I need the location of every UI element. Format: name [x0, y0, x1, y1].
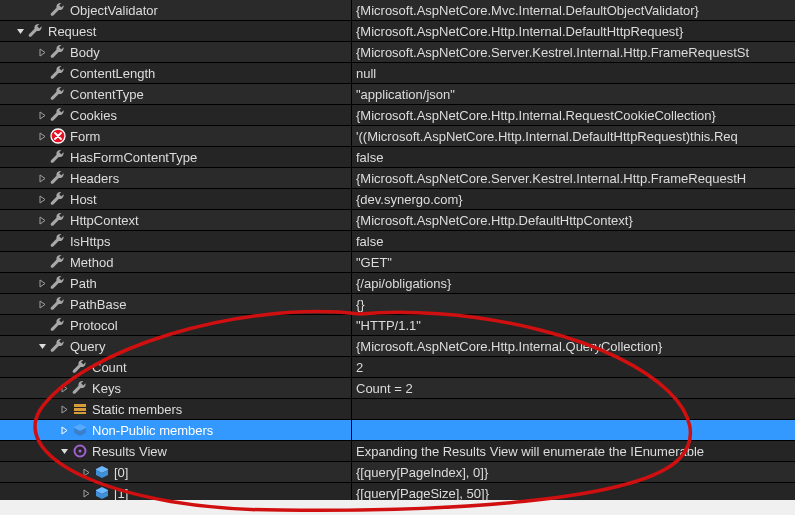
tree-row[interactable]: Results ViewExpanding the Results View w…	[0, 441, 795, 462]
expander-collapsed-icon[interactable]	[80, 466, 92, 478]
tree-row[interactable]: HttpContext{Microsoft.AspNetCore.Http.De…	[0, 210, 795, 231]
expander-expanded-icon[interactable]	[36, 340, 48, 352]
expander-collapsed-icon[interactable]	[36, 298, 48, 310]
name-cell[interactable]: Body	[0, 42, 352, 62]
name-cell[interactable]: ContentType	[0, 84, 352, 104]
wrench-icon	[50, 338, 66, 354]
expander-collapsed-icon[interactable]	[36, 130, 48, 142]
expander-collapsed-icon[interactable]	[36, 193, 48, 205]
expander-placeholder	[36, 319, 48, 331]
expander-collapsed-icon[interactable]	[36, 46, 48, 58]
expander-expanded-icon[interactable]	[14, 25, 26, 37]
property-value: {Microsoft.AspNetCore.Http.Internal.Quer…	[356, 339, 662, 354]
expander-expanded-icon[interactable]	[58, 445, 70, 457]
tree-row[interactable]: Host{dev.synergo.com}	[0, 189, 795, 210]
wrench-icon	[50, 2, 66, 18]
tree-row[interactable]: ContentType"application/json"	[0, 84, 795, 105]
tree-row[interactable]: [0]{[query[PageIndex], 0]}	[0, 462, 795, 483]
name-cell[interactable]: Protocol	[0, 315, 352, 335]
tree-row[interactable]: PathBase{}	[0, 294, 795, 315]
value-cell[interactable]: "GET"	[352, 252, 795, 272]
expander-placeholder	[58, 361, 70, 373]
expander-collapsed-icon[interactable]	[36, 214, 48, 226]
value-cell[interactable]: {Microsoft.AspNetCore.Http.Internal.Quer…	[352, 336, 795, 356]
value-cell[interactable]: {dev.synergo.com}	[352, 189, 795, 209]
name-cell[interactable]: Results View	[0, 441, 352, 461]
value-cell[interactable]: Expanding the Results View will enumerat…	[352, 441, 795, 461]
name-cell[interactable]: Path	[0, 273, 352, 293]
tree-row[interactable]: Request{Microsoft.AspNetCore.Http.Intern…	[0, 21, 795, 42]
name-cell[interactable]: HttpContext	[0, 210, 352, 230]
value-cell[interactable]: {/api/obligations}	[352, 273, 795, 293]
value-cell[interactable]	[352, 420, 795, 440]
tree-row[interactable]: ObjectValidator{Microsoft.AspNetCore.Mvc…	[0, 0, 795, 21]
name-cell[interactable]: Non-Public members	[0, 420, 352, 440]
name-cell[interactable]: Form	[0, 126, 352, 146]
wrench-icon	[50, 233, 66, 249]
tree-row[interactable]: ContentLengthnull	[0, 63, 795, 84]
tree-row[interactable]: IsHttpsfalse	[0, 231, 795, 252]
property-name: Protocol	[70, 318, 118, 333]
property-name: [1]	[114, 486, 128, 501]
value-cell[interactable]: {Microsoft.AspNetCore.Server.Kestrel.Int…	[352, 168, 795, 188]
property-name: ObjectValidator	[70, 3, 158, 18]
name-cell[interactable]: Cookies	[0, 105, 352, 125]
name-cell[interactable]: HasFormContentType	[0, 147, 352, 167]
watch-tree-panel[interactable]: ObjectValidator{Microsoft.AspNetCore.Mvc…	[0, 0, 795, 504]
name-cell[interactable]: PathBase	[0, 294, 352, 314]
name-cell[interactable]: Query	[0, 336, 352, 356]
property-value: {Microsoft.AspNetCore.Http.DefaultHttpCo…	[356, 213, 633, 228]
value-cell[interactable]: "HTTP/1.1"	[352, 315, 795, 335]
tree-row[interactable]: Static members	[0, 399, 795, 420]
expander-collapsed-icon[interactable]	[58, 424, 70, 436]
value-cell[interactable]	[352, 399, 795, 419]
name-cell[interactable]: Request	[0, 21, 352, 41]
tree-row[interactable]: Body{Microsoft.AspNetCore.Server.Kestrel…	[0, 42, 795, 63]
name-cell[interactable]: Keys	[0, 378, 352, 398]
value-cell[interactable]: {}	[352, 294, 795, 314]
tree-row[interactable]: HasFormContentTypefalse	[0, 147, 795, 168]
value-cell[interactable]: false	[352, 147, 795, 167]
tree-row[interactable]: Non-Public members	[0, 420, 795, 441]
wrench-icon	[50, 65, 66, 81]
tree-row[interactable]: Form'((Microsoft.AspNetCore.Http.Interna…	[0, 126, 795, 147]
value-cell[interactable]: {[query[PageIndex], 0]}	[352, 462, 795, 482]
property-value: "HTTP/1.1"	[356, 318, 421, 333]
tree-row[interactable]: Query{Microsoft.AspNetCore.Http.Internal…	[0, 336, 795, 357]
value-cell[interactable]: {Microsoft.AspNetCore.Http.Internal.Defa…	[352, 21, 795, 41]
expander-collapsed-icon[interactable]	[58, 382, 70, 394]
wrench-icon	[50, 254, 66, 270]
name-cell[interactable]: ObjectValidator	[0, 0, 352, 20]
value-cell[interactable]: Count = 2	[352, 378, 795, 398]
value-cell[interactable]: {Microsoft.AspNetCore.Server.Kestrel.Int…	[352, 42, 795, 62]
expander-collapsed-icon[interactable]	[36, 172, 48, 184]
tree-row[interactable]: Protocol"HTTP/1.1"	[0, 315, 795, 336]
value-cell[interactable]: false	[352, 231, 795, 251]
value-cell[interactable]: {Microsoft.AspNetCore.Http.Internal.Requ…	[352, 105, 795, 125]
name-cell[interactable]: [0]	[0, 462, 352, 482]
value-cell[interactable]: {Microsoft.AspNetCore.Http.DefaultHttpCo…	[352, 210, 795, 230]
tree-row[interactable]: KeysCount = 2	[0, 378, 795, 399]
value-cell[interactable]: "application/json"	[352, 84, 795, 104]
tree-row[interactable]: Count2	[0, 357, 795, 378]
expander-collapsed-icon[interactable]	[36, 109, 48, 121]
expander-collapsed-icon[interactable]	[36, 277, 48, 289]
value-cell[interactable]: {Microsoft.AspNetCore.Mvc.Internal.Defau…	[352, 0, 795, 20]
name-cell[interactable]: IsHttps	[0, 231, 352, 251]
expander-collapsed-icon[interactable]	[80, 487, 92, 499]
tree-row[interactable]: Cookies{Microsoft.AspNetCore.Http.Intern…	[0, 105, 795, 126]
name-cell[interactable]: Headers	[0, 168, 352, 188]
value-cell[interactable]: '((Microsoft.AspNetCore.Http.Internal.De…	[352, 126, 795, 146]
name-cell[interactable]: Host	[0, 189, 352, 209]
name-cell[interactable]: Method	[0, 252, 352, 272]
value-cell[interactable]: null	[352, 63, 795, 83]
value-cell[interactable]: 2	[352, 357, 795, 377]
name-cell[interactable]: Count	[0, 357, 352, 377]
name-cell[interactable]: Static members	[0, 399, 352, 419]
expander-placeholder	[36, 151, 48, 163]
expander-collapsed-icon[interactable]	[58, 403, 70, 415]
tree-row[interactable]: Path{/api/obligations}	[0, 273, 795, 294]
tree-row[interactable]: Method"GET"	[0, 252, 795, 273]
tree-row[interactable]: Headers{Microsoft.AspNetCore.Server.Kest…	[0, 168, 795, 189]
name-cell[interactable]: ContentLength	[0, 63, 352, 83]
